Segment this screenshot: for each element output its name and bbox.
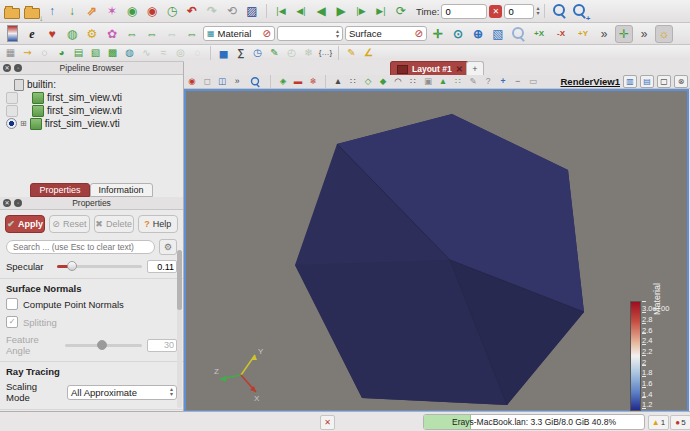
select-frustum-points-icon[interactable]: ◆: [377, 76, 389, 88]
tab-properties[interactable]: Properties: [30, 183, 89, 197]
zoom-to-box-button[interactable]: ▧: [489, 25, 507, 43]
zoom-magnifier-icon[interactable]: [550, 2, 568, 20]
timer-icon[interactable]: ◷: [163, 2, 181, 20]
specular-value-field[interactable]: [147, 260, 177, 273]
reset-center-icon[interactable]: ▬: [292, 76, 304, 88]
camera-icon[interactable]: ◉: [186, 76, 198, 88]
float-dock-button[interactable]: ◦: [14, 64, 22, 72]
edit-colormap-button[interactable]: e: [23, 25, 41, 43]
frame-input[interactable]: [504, 4, 534, 19]
restore-defaults-icon[interactable]: ⚙: [83, 25, 101, 43]
split-horizontal-button[interactable]: ▥: [623, 75, 637, 88]
abort-progress-button[interactable]: ✕: [320, 415, 335, 430]
undo-button[interactable]: ↶: [183, 2, 201, 20]
float-dock-button[interactable]: ◦: [14, 199, 22, 207]
close-view-button[interactable]: ⊗: [674, 75, 688, 88]
help-button[interactable]: ?Help: [138, 215, 178, 233]
errors-badge[interactable]: ● 5: [670, 415, 690, 430]
component-select[interactable]: ▴▾: [277, 26, 343, 41]
color-wand-icon[interactable]: ✶: [103, 2, 121, 20]
select-block-icon[interactable]: ▣: [422, 76, 434, 88]
frame-stepper[interactable]: ▴▾: [536, 6, 539, 16]
zoom-to-data-button[interactable]: ⊙: [449, 25, 467, 43]
slice-filter-button[interactable]: ▤: [71, 46, 86, 60]
select-frustum-cells-icon[interactable]: ◇: [362, 76, 374, 88]
pipeline-server-row[interactable]: builtin:: [6, 78, 183, 91]
plot-over-time-button[interactable]: ◷: [250, 46, 265, 60]
properties-scrollbar[interactable]: [177, 250, 182, 408]
visibility-on-icon[interactable]: [6, 118, 17, 129]
select-polygon-cells-icon[interactable]: ◠: [392, 76, 404, 88]
representation-select[interactable]: Surface ⊘: [345, 26, 427, 41]
contour-filter-button[interactable]: ◍: [122, 46, 137, 60]
maximize-view-button[interactable]: ▢: [657, 75, 671, 88]
render-settings-icon[interactable]: ▨: [243, 2, 261, 20]
glyph-filter-button[interactable]: ⇝: [20, 46, 35, 60]
select-surface-cells-icon[interactable]: ▲: [332, 76, 344, 88]
rescale-custom-button[interactable]: ⇔: [143, 25, 161, 43]
preset-colormap-icon[interactable]: ◍: [63, 25, 81, 43]
last-frame-button[interactable]: ▶|: [372, 2, 390, 20]
interactive-select-points-icon[interactable]: ∷: [452, 76, 464, 88]
warnings-badge[interactable]: ▲ 1: [648, 415, 669, 430]
pipeline-item-row[interactable]: first_sim_view.vti: [6, 104, 183, 117]
pipeline-item-row[interactable]: first_sim_view.vti: [6, 91, 183, 104]
rescale-temporal-button[interactable]: ⇔: [163, 25, 181, 43]
calculator-filter-button[interactable]: ▦: [3, 46, 18, 60]
python-calculator-button[interactable]: {…}: [318, 46, 333, 60]
redo-camera-icon[interactable]: ◫: [216, 76, 228, 88]
export-data-button[interactable]: ↑: [43, 2, 61, 20]
import-data-button[interactable]: ↓: [63, 2, 81, 20]
search-input[interactable]: [6, 240, 155, 254]
show-center-icon[interactable]: ❄: [307, 76, 319, 88]
split-vertical-button[interactable]: ▤: [640, 75, 654, 88]
apply-button[interactable]: ✔Apply: [5, 215, 45, 233]
select-surface-points-icon[interactable]: ∷: [347, 76, 359, 88]
integrate-variables-button[interactable]: ∑: [233, 46, 248, 60]
clip-filter-button[interactable]: ◕: [54, 46, 69, 60]
camera-undo-button[interactable]: ⟲: [223, 2, 241, 20]
color-by-select[interactable]: ▦ Material ⊘: [203, 26, 275, 41]
close-layout-icon[interactable]: ✕: [456, 64, 463, 74]
view-plus-x-button[interactable]: +X: [529, 26, 549, 42]
probe-filter-button[interactable]: ◌: [37, 46, 52, 60]
time-input[interactable]: [441, 4, 487, 19]
chevrons-icon[interactable]: »: [231, 76, 243, 88]
loop-button[interactable]: ⟳: [392, 2, 410, 20]
view-plus-y-button[interactable]: +Y: [573, 26, 593, 42]
clear-selection-icon[interactable]: ▭: [527, 76, 539, 88]
compute-point-normals-checkbox[interactable]: [6, 298, 18, 310]
visibility-off-icon[interactable]: [6, 105, 18, 117]
specular-slider[interactable]: [57, 265, 142, 268]
palette-icon[interactable]: ✿: [103, 25, 121, 43]
interactive-select-cells-icon[interactable]: ▲: [437, 76, 449, 88]
rescale-visible-button[interactable]: ⇔: [183, 25, 201, 43]
subtract-selection-icon[interactable]: −: [512, 76, 524, 88]
tab-information[interactable]: Information: [90, 183, 153, 197]
pick-center-icon[interactable]: ◈: [277, 76, 289, 88]
first-frame-button[interactable]: |◀: [272, 2, 290, 20]
reset-camera-button[interactable]: ✛: [429, 25, 447, 43]
catalyst-connect-icon[interactable]: ◉: [123, 2, 141, 20]
favorites-icon[interactable]: ♥: [43, 25, 61, 43]
compute-point-normals-row[interactable]: Compute Point Normals: [0, 295, 183, 313]
undo-camera-icon[interactable]: ◻: [201, 76, 213, 88]
light-kit-toggle[interactable]: ☼: [655, 25, 673, 43]
pipeline-item-row-selected[interactable]: ⊞ first_sim_view.vti: [6, 117, 183, 130]
center-axes-toggle[interactable]: ✛: [615, 25, 633, 43]
redo-button[interactable]: ↷: [203, 2, 221, 20]
hover-points-icon[interactable]: ?: [482, 76, 494, 88]
histogram-filter-button[interactable]: ▅: [216, 46, 231, 60]
clip-box-filter-button[interactable]: ▧: [88, 46, 103, 60]
open-file-button[interactable]: [3, 2, 21, 20]
next-frame-button[interactable]: |▶: [352, 2, 370, 20]
catalyst-pause-icon[interactable]: ◉: [143, 2, 161, 20]
clear-array-icon[interactable]: ⊘: [263, 28, 271, 39]
clear-representation-icon[interactable]: ⊘: [415, 28, 423, 39]
ruler-tool-button[interactable]: ✎: [344, 46, 359, 60]
more-views-chevron[interactable]: »: [595, 25, 613, 43]
add-selection-icon[interactable]: +: [497, 76, 509, 88]
time-clear-button[interactable]: ✕: [489, 5, 502, 18]
play-reverse-button[interactable]: ◀: [312, 2, 330, 20]
play-button[interactable]: ▶: [332, 2, 350, 20]
